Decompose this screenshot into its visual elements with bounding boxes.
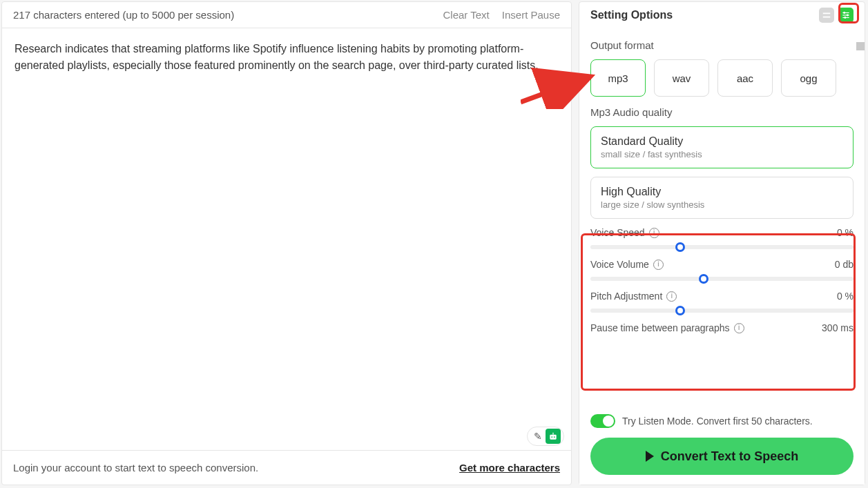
convert-button[interactable]: Convert Text to Speech <box>590 438 853 475</box>
bot-icon[interactable] <box>546 429 561 444</box>
settings-grey-icon[interactable] <box>819 8 834 23</box>
play-icon <box>646 451 654 462</box>
audio-quality-label: Mp3 Audio quality <box>590 106 853 118</box>
format-mp3-button[interactable]: mp3 <box>590 59 646 97</box>
svg-rect-3 <box>552 433 553 435</box>
annotation-highlight-icon <box>838 3 859 23</box>
left-footer: Login your account to start text to spee… <box>2 450 571 485</box>
login-prompt: Login your account to start text to spee… <box>13 462 258 474</box>
quality-standard-title: Standard Quality <box>601 135 843 148</box>
scroll-up-indicator[interactable] <box>856 42 865 50</box>
format-options: mp3 wav aac ogg <box>590 59 853 97</box>
settings-header: Setting Options <box>579 2 865 30</box>
format-wav-button[interactable]: wav <box>654 59 709 97</box>
svg-rect-5 <box>823 17 831 18</box>
quality-standard-sub: small size / fast synthesis <box>601 149 843 159</box>
text-content: Research indicates that streaming platfo… <box>15 43 539 71</box>
get-more-characters-link[interactable]: Get more characters <box>459 462 560 474</box>
svg-point-2 <box>554 436 555 438</box>
svg-rect-4 <box>823 13 831 14</box>
char-count-label: 217 characters entered (up to 5000 per s… <box>13 9 234 21</box>
insert-pause-button[interactable]: Insert Pause <box>502 9 560 21</box>
text-input-panel: 217 characters entered (up to 5000 per s… <box>1 1 572 485</box>
pen-icon[interactable]: ✎ <box>530 429 546 444</box>
quality-standard-option[interactable]: Standard Quality small size / fast synth… <box>590 126 853 168</box>
floating-toolbar: ✎ <box>527 427 564 446</box>
convert-button-label: Convert Text to Speech <box>661 449 799 464</box>
output-format-label: Output format <box>590 39 853 51</box>
listen-mode-toggle[interactable] <box>590 414 615 428</box>
bottom-bar: Try Listen Mode. Convert first 50 charac… <box>579 404 865 485</box>
quality-high-sub: large size / slow synthesis <box>601 199 843 210</box>
clear-text-button[interactable]: Clear Text <box>443 9 490 21</box>
listen-mode-label: Try Listen Mode. Convert first 50 charac… <box>622 416 813 427</box>
quality-high-title: High Quality <box>601 186 843 198</box>
format-aac-button[interactable]: aac <box>717 59 773 97</box>
annotation-highlight-sliders <box>581 233 856 391</box>
format-ogg-button[interactable]: ogg <box>781 59 836 97</box>
svg-rect-0 <box>550 435 556 440</box>
svg-point-1 <box>551 436 552 438</box>
text-content-area[interactable]: Research indicates that streaming platfo… <box>2 28 571 450</box>
quality-high-option[interactable]: High Quality large size / slow synthesis <box>590 177 853 219</box>
left-header: 217 characters entered (up to 5000 per s… <box>2 2 571 28</box>
settings-title: Setting Options <box>590 9 673 21</box>
